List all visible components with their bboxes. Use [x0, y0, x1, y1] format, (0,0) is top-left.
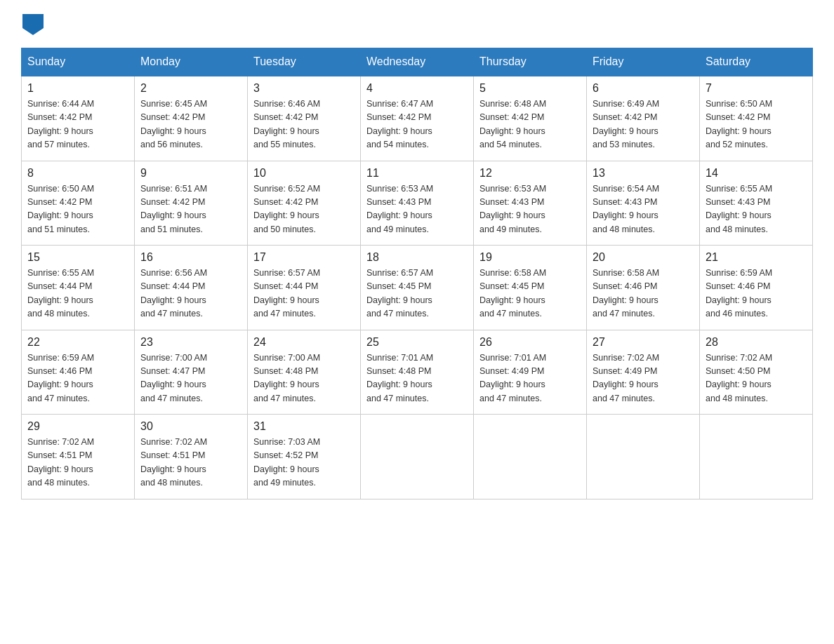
day-info: Sunrise: 7:02 AMSunset: 4:49 PMDaylight:… [593, 351, 694, 406]
day-number: 24 [253, 336, 355, 349]
calendar-week-row: 15Sunrise: 6:55 AMSunset: 4:44 PMDayligh… [22, 246, 813, 330]
calendar-day-cell: 23Sunrise: 7:00 AMSunset: 4:47 PMDayligh… [135, 330, 248, 415]
weekday-header-sunday: Sunday [22, 48, 135, 76]
day-info: Sunrise: 6:55 AMSunset: 4:44 PMDaylight:… [27, 267, 128, 321]
logo [21, 14, 44, 35]
calendar-day-cell: 10Sunrise: 6:52 AMSunset: 4:42 PMDayligh… [248, 161, 361, 246]
day-info: Sunrise: 6:51 AMSunset: 4:42 PMDaylight:… [140, 182, 241, 237]
calendar-day-cell: 29Sunrise: 7:02 AMSunset: 4:51 PMDayligh… [22, 415, 135, 499]
calendar-week-row: 22Sunrise: 6:59 AMSunset: 4:46 PMDayligh… [22, 330, 813, 415]
day-number: 12 [479, 167, 581, 180]
day-number: 2 [140, 82, 241, 95]
calendar-day-cell: 9Sunrise: 6:51 AMSunset: 4:42 PMDaylight… [135, 161, 248, 246]
day-number: 19 [479, 251, 581, 264]
day-number: 31 [253, 420, 355, 433]
calendar-day-cell: 17Sunrise: 6:57 AMSunset: 4:44 PMDayligh… [248, 246, 361, 330]
day-info: Sunrise: 6:45 AMSunset: 4:42 PMDaylight:… [140, 98, 241, 152]
calendar-day-cell: 16Sunrise: 6:56 AMSunset: 4:44 PMDayligh… [135, 246, 248, 330]
day-number: 29 [27, 420, 128, 433]
day-info: Sunrise: 6:47 AMSunset: 4:42 PMDaylight:… [366, 98, 468, 152]
day-info: Sunrise: 7:03 AMSunset: 4:52 PMDaylight:… [253, 436, 355, 490]
day-number: 27 [593, 336, 694, 349]
day-number: 14 [706, 167, 807, 180]
day-info: Sunrise: 6:50 AMSunset: 4:42 PMDaylight:… [27, 182, 128, 237]
calendar-day-cell: 24Sunrise: 7:00 AMSunset: 4:48 PMDayligh… [248, 330, 361, 415]
logo-icon [22, 14, 44, 35]
calendar-day-cell: 6Sunrise: 6:49 AMSunset: 4:42 PMDaylight… [587, 76, 700, 161]
calendar-table: SundayMondayTuesdayWednesdayThursdayFrid… [21, 48, 813, 499]
day-info: Sunrise: 7:00 AMSunset: 4:47 PMDaylight:… [140, 351, 241, 406]
calendar-day-cell [361, 415, 474, 499]
calendar-day-cell: 20Sunrise: 6:58 AMSunset: 4:46 PMDayligh… [587, 246, 700, 330]
day-number: 1 [27, 82, 128, 95]
day-info: Sunrise: 7:01 AMSunset: 4:48 PMDaylight:… [366, 351, 468, 406]
calendar-day-cell: 31Sunrise: 7:03 AMSunset: 4:52 PMDayligh… [248, 415, 361, 499]
day-number: 15 [27, 251, 128, 264]
day-info: Sunrise: 6:44 AMSunset: 4:42 PMDaylight:… [27, 98, 128, 152]
day-number: 13 [593, 167, 694, 180]
day-info: Sunrise: 6:55 AMSunset: 4:43 PMDaylight:… [706, 182, 807, 237]
calendar-day-cell: 25Sunrise: 7:01 AMSunset: 4:48 PMDayligh… [361, 330, 474, 415]
calendar-day-cell: 30Sunrise: 7:02 AMSunset: 4:51 PMDayligh… [135, 415, 248, 499]
day-info: Sunrise: 6:49 AMSunset: 4:42 PMDaylight:… [593, 98, 694, 152]
weekday-header-wednesday: Wednesday [361, 48, 474, 76]
weekday-header-thursday: Thursday [474, 48, 587, 76]
day-number: 26 [479, 336, 581, 349]
day-info: Sunrise: 6:48 AMSunset: 4:42 PMDaylight:… [479, 98, 581, 152]
day-info: Sunrise: 6:53 AMSunset: 4:43 PMDaylight:… [366, 182, 468, 237]
day-number: 25 [366, 336, 468, 349]
calendar-day-cell: 27Sunrise: 7:02 AMSunset: 4:49 PMDayligh… [587, 330, 700, 415]
day-number: 10 [253, 167, 355, 180]
day-number: 4 [366, 82, 468, 95]
day-number: 22 [27, 336, 128, 349]
calendar-day-cell: 21Sunrise: 6:59 AMSunset: 4:46 PMDayligh… [700, 246, 813, 330]
day-info: Sunrise: 6:59 AMSunset: 4:46 PMDaylight:… [27, 351, 128, 406]
calendar-day-cell [587, 415, 700, 499]
day-number: 30 [140, 420, 241, 433]
calendar-week-row: 1Sunrise: 6:44 AMSunset: 4:42 PMDaylight… [22, 76, 813, 161]
day-number: 20 [593, 251, 694, 264]
calendar-day-cell: 26Sunrise: 7:01 AMSunset: 4:49 PMDayligh… [474, 330, 587, 415]
calendar-day-cell [474, 415, 587, 499]
day-number: 5 [479, 82, 581, 95]
weekday-header-friday: Friday [587, 48, 700, 76]
day-info: Sunrise: 6:58 AMSunset: 4:46 PMDaylight:… [593, 267, 694, 321]
calendar-day-cell: 15Sunrise: 6:55 AMSunset: 4:44 PMDayligh… [22, 246, 135, 330]
calendar-day-cell: 5Sunrise: 6:48 AMSunset: 4:42 PMDaylight… [474, 76, 587, 161]
calendar-day-cell [700, 415, 813, 499]
day-info: Sunrise: 7:02 AMSunset: 4:51 PMDaylight:… [140, 436, 241, 490]
day-number: 3 [253, 82, 355, 95]
day-info: Sunrise: 6:58 AMSunset: 4:45 PMDaylight:… [479, 267, 581, 321]
day-number: 8 [27, 167, 128, 180]
day-number: 6 [593, 82, 694, 95]
calendar-week-row: 8Sunrise: 6:50 AMSunset: 4:42 PMDaylight… [22, 161, 813, 246]
day-number: 17 [253, 251, 355, 264]
weekday-header-tuesday: Tuesday [248, 48, 361, 76]
calendar-day-cell: 18Sunrise: 6:57 AMSunset: 4:45 PMDayligh… [361, 246, 474, 330]
day-number: 9 [140, 167, 241, 180]
day-number: 21 [706, 251, 807, 264]
day-info: Sunrise: 6:57 AMSunset: 4:44 PMDaylight:… [253, 267, 355, 321]
svg-marker-0 [22, 14, 44, 35]
day-info: Sunrise: 6:54 AMSunset: 4:43 PMDaylight:… [593, 182, 694, 237]
calendar-day-cell: 14Sunrise: 6:55 AMSunset: 4:43 PMDayligh… [700, 161, 813, 246]
day-info: Sunrise: 6:46 AMSunset: 4:42 PMDaylight:… [253, 98, 355, 152]
calendar-day-cell: 8Sunrise: 6:50 AMSunset: 4:42 PMDaylight… [22, 161, 135, 246]
calendar-day-cell: 4Sunrise: 6:47 AMSunset: 4:42 PMDaylight… [361, 76, 474, 161]
calendar-week-row: 29Sunrise: 7:02 AMSunset: 4:51 PMDayligh… [22, 415, 813, 499]
day-info: Sunrise: 6:53 AMSunset: 4:43 PMDaylight:… [479, 182, 581, 237]
day-info: Sunrise: 7:02 AMSunset: 4:50 PMDaylight:… [706, 351, 807, 406]
day-number: 11 [366, 167, 468, 180]
day-info: Sunrise: 7:01 AMSunset: 4:49 PMDaylight:… [479, 351, 581, 406]
day-info: Sunrise: 6:50 AMSunset: 4:42 PMDaylight:… [706, 98, 807, 152]
calendar-day-cell: 12Sunrise: 6:53 AMSunset: 4:43 PMDayligh… [474, 161, 587, 246]
weekday-header-monday: Monday [135, 48, 248, 76]
day-number: 7 [706, 82, 807, 95]
calendar-day-cell: 13Sunrise: 6:54 AMSunset: 4:43 PMDayligh… [587, 161, 700, 246]
day-info: Sunrise: 7:00 AMSunset: 4:48 PMDaylight:… [253, 351, 355, 406]
day-info: Sunrise: 6:57 AMSunset: 4:45 PMDaylight:… [366, 267, 468, 321]
day-info: Sunrise: 6:59 AMSunset: 4:46 PMDaylight:… [706, 267, 807, 321]
calendar-day-cell: 22Sunrise: 6:59 AMSunset: 4:46 PMDayligh… [22, 330, 135, 415]
day-number: 18 [366, 251, 468, 264]
day-number: 23 [140, 336, 241, 349]
